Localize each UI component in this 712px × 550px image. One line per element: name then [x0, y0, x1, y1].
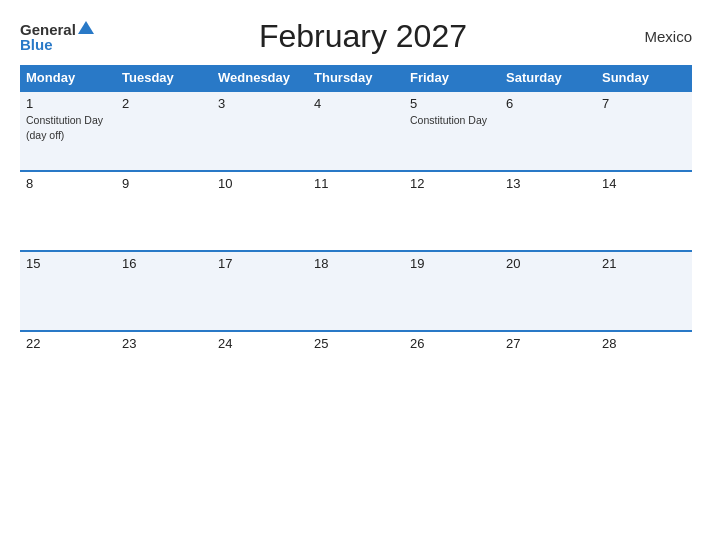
calendar-cell-25: 25 — [308, 331, 404, 411]
calendar-cell-3: 3 — [212, 91, 308, 171]
calendar-week-2: 891011121314 — [20, 171, 692, 251]
event-label: Constitution Day — [410, 114, 487, 126]
day-number: 25 — [314, 336, 398, 351]
calendar-week-1: 1Constitution Day (day off)2345Constitut… — [20, 91, 692, 171]
calendar-cell-10: 10 — [212, 171, 308, 251]
day-number: 9 — [122, 176, 206, 191]
country-label: Mexico — [632, 28, 692, 45]
calendar-cell-5: 5Constitution Day — [404, 91, 500, 171]
logo-blue-text: Blue — [20, 37, 53, 52]
calendar-header-row: MondayTuesdayWednesdayThursdayFridaySatu… — [20, 65, 692, 91]
day-number: 7 — [602, 96, 686, 111]
calendar-week-4: 22232425262728 — [20, 331, 692, 411]
calendar-cell-7: 7 — [596, 91, 692, 171]
calendar-cell-17: 17 — [212, 251, 308, 331]
day-number: 15 — [26, 256, 110, 271]
logo: General Blue — [20, 22, 94, 52]
calendar-week-3: 15161718192021 — [20, 251, 692, 331]
day-number: 12 — [410, 176, 494, 191]
day-number: 2 — [122, 96, 206, 111]
day-number: 14 — [602, 176, 686, 191]
calendar-cell-19: 19 — [404, 251, 500, 331]
day-number: 5 — [410, 96, 494, 111]
calendar-cell-8: 8 — [20, 171, 116, 251]
day-number: 17 — [218, 256, 302, 271]
day-number: 18 — [314, 256, 398, 271]
col-header-saturday: Saturday — [500, 65, 596, 91]
calendar-cell-13: 13 — [500, 171, 596, 251]
calendar-cell-11: 11 — [308, 171, 404, 251]
day-number: 23 — [122, 336, 206, 351]
day-number: 8 — [26, 176, 110, 191]
day-number: 26 — [410, 336, 494, 351]
day-number: 6 — [506, 96, 590, 111]
day-number: 24 — [218, 336, 302, 351]
calendar-title: February 2027 — [94, 18, 632, 55]
day-number: 16 — [122, 256, 206, 271]
calendar-cell-28: 28 — [596, 331, 692, 411]
day-number: 22 — [26, 336, 110, 351]
calendar-table: MondayTuesdayWednesdayThursdayFridaySatu… — [20, 65, 692, 411]
col-header-monday: Monday — [20, 65, 116, 91]
event-label: Constitution Day (day off) — [26, 114, 103, 141]
day-number: 19 — [410, 256, 494, 271]
calendar-cell-12: 12 — [404, 171, 500, 251]
logo-general-text: General — [20, 22, 76, 37]
day-number: 21 — [602, 256, 686, 271]
calendar-cell-4: 4 — [308, 91, 404, 171]
day-number: 4 — [314, 96, 398, 111]
calendar-cell-2: 2 — [116, 91, 212, 171]
calendar-cell-22: 22 — [20, 331, 116, 411]
day-number: 10 — [218, 176, 302, 191]
col-header-wednesday: Wednesday — [212, 65, 308, 91]
calendar-cell-1: 1Constitution Day (day off) — [20, 91, 116, 171]
header: General Blue February 2027 Mexico — [20, 18, 692, 55]
page: General Blue February 2027 Mexico Monday… — [0, 0, 712, 550]
logo-triangle-icon — [78, 21, 94, 34]
col-header-tuesday: Tuesday — [116, 65, 212, 91]
calendar-cell-24: 24 — [212, 331, 308, 411]
day-number: 27 — [506, 336, 590, 351]
calendar-cell-15: 15 — [20, 251, 116, 331]
col-header-sunday: Sunday — [596, 65, 692, 91]
calendar-cell-14: 14 — [596, 171, 692, 251]
calendar-cell-23: 23 — [116, 331, 212, 411]
day-number: 3 — [218, 96, 302, 111]
day-number: 20 — [506, 256, 590, 271]
calendar-cell-27: 27 — [500, 331, 596, 411]
calendar-cell-16: 16 — [116, 251, 212, 331]
day-number: 28 — [602, 336, 686, 351]
calendar-cell-26: 26 — [404, 331, 500, 411]
col-header-friday: Friday — [404, 65, 500, 91]
day-number: 13 — [506, 176, 590, 191]
col-header-thursday: Thursday — [308, 65, 404, 91]
day-number: 1 — [26, 96, 110, 111]
calendar-cell-21: 21 — [596, 251, 692, 331]
day-number: 11 — [314, 176, 398, 191]
calendar-cell-6: 6 — [500, 91, 596, 171]
calendar-cell-18: 18 — [308, 251, 404, 331]
calendar-cell-20: 20 — [500, 251, 596, 331]
calendar-cell-9: 9 — [116, 171, 212, 251]
